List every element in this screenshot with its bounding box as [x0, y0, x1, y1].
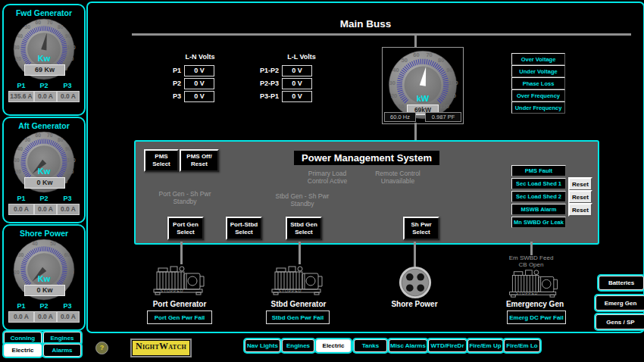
phase-label: P2: [33, 302, 55, 310]
over-voltage-indicator: Over Voltage: [511, 53, 565, 65]
svg-text:80: 80: [58, 137, 64, 142]
tab-fire-em-up[interactable]: Fire/Em Up: [467, 339, 503, 352]
svg-text:40: 40: [17, 146, 23, 151]
svg-text:60: 60: [36, 133, 42, 138]
emergency-gen-label: Emergency Gen: [482, 300, 588, 309]
svg-text:30: 30: [389, 80, 395, 86]
gauge-value: 0 Kw: [24, 177, 65, 189]
port-generator-label: Port Generator: [127, 300, 233, 309]
ln-row-value: 0 V: [184, 78, 214, 89]
phase-label: P1: [11, 302, 32, 310]
tab-engines[interactable]: Engines: [282, 339, 314, 352]
tab-misc-alarms[interactable]: Misc Alarms: [389, 339, 427, 352]
phase-amps: 0.0 A: [57, 204, 80, 215]
panel-title: Shore Power: [4, 229, 84, 238]
pms-title: Power Management System: [294, 151, 439, 165]
ln-row-label: P1: [161, 67, 181, 74]
phase-amps: 0.0 A: [8, 311, 34, 323]
gens-sp-button[interactable]: Gens / SP: [596, 314, 644, 329]
phase-amps: 0.0 A: [57, 91, 80, 102]
svg-text:50: 50: [50, 241, 56, 246]
svg-text:70: 70: [426, 51, 432, 58]
gauge-unit-label: kW: [383, 94, 463, 103]
phase-loss-indicator: Phase Loss: [511, 77, 565, 89]
svg-text:100: 100: [449, 80, 458, 86]
port-gen-select-button[interactable]: Port Gen Select: [167, 217, 204, 240]
emerg-dc-pwr-fail-indicator: Emerg DC Pwr Fail: [507, 311, 566, 324]
main-buss-title: Main Buss: [88, 18, 643, 30]
under-voltage-indicator: Under Voltage: [511, 65, 565, 77]
bus-drop-line: [414, 36, 417, 48]
phase-amps: 135.6 A: [8, 91, 34, 102]
svg-text:50: 50: [25, 24, 31, 30]
pms-off-reset-button[interactable]: PMS Off/ Reset: [180, 149, 219, 172]
gauge-unit-label: Kw: [4, 54, 84, 63]
phase-label: P3: [57, 302, 78, 310]
phase-amps: 0.0 A: [34, 204, 57, 215]
ll-row-value: 0 V: [282, 91, 312, 102]
reset-button-shed1[interactable]: Reset: [568, 177, 592, 191]
under-frequency-indicator: Under Frequency: [511, 101, 565, 114]
port-generator-icon: STOPPED: [152, 264, 209, 297]
phase-label: P1: [11, 195, 32, 202]
svg-text:30: 30: [18, 252, 24, 257]
svg-text:80: 80: [438, 57, 444, 64]
ln-row-label: P3: [161, 92, 181, 100]
svg-text:40: 40: [392, 67, 399, 73]
port-stbd-select-button[interactable]: Port-Stbd Select: [226, 217, 262, 240]
ll-row-value: 0 V: [282, 78, 312, 89]
gauge-unit-label: Kw: [4, 167, 84, 176]
phase-label: P3: [57, 82, 78, 89]
reset-button-shed2[interactable]: Reset: [568, 190, 592, 204]
electric-button[interactable]: Electric: [4, 344, 42, 357]
stbd-gen-pwr-fail-indicator: Stbd Gen Pwr Fail: [266, 311, 330, 324]
svg-text:40: 40: [17, 33, 23, 39]
reset-button-mswb[interactable]: Reset: [568, 203, 592, 217]
tab-electric[interactable]: Electric: [316, 339, 351, 352]
engines-button[interactable]: Engines: [43, 332, 81, 345]
ll-volts-header: L-L Volts: [274, 53, 329, 61]
svg-text:100: 100: [67, 158, 75, 163]
gauge-value: 69 Kw: [24, 64, 65, 76]
fwd-generator-panel: Fwd Generator 10203040506070809010011012…: [2, 4, 86, 116]
main-buss-bar: [132, 33, 631, 36]
stbd-generator-label: Stbd Generator: [245, 300, 352, 309]
stbd-generator-icon: STOPPED: [270, 264, 327, 297]
svg-text:10: 10: [398, 103, 404, 110]
phase-label: P2: [33, 195, 55, 202]
help-icon[interactable]: ?: [95, 342, 108, 354]
svg-text:STOPPED: STOPPED: [279, 289, 302, 293]
svg-text:STOPPED: STOPPED: [161, 289, 184, 293]
shore-pwr-line: [414, 242, 416, 267]
mswb-alarm-indicator: MSWB Alarm: [511, 204, 566, 215]
tab-tanks[interactable]: Tanks: [354, 339, 387, 352]
pms-fault-indicator: PMS Fault: [511, 165, 566, 176]
svg-text:100: 100: [67, 45, 75, 50]
stbd-gen-select-button[interactable]: Stbd Gen Select: [286, 217, 322, 240]
batteries-button[interactable]: Batteries: [599, 276, 644, 290]
svg-text:30: 30: [14, 158, 20, 163]
phase-label: P1: [11, 82, 32, 89]
sh-pwr-select-button[interactable]: Sh Pwr Select: [403, 217, 439, 240]
emerg-gen-button[interactable]: Emerg Gen: [596, 295, 644, 311]
port-gen-line: [180, 242, 183, 264]
nightwatch-electric-screen: Fwd Generator 10203040506070809010011012…: [0, 0, 644, 362]
svg-text:80: 80: [58, 24, 64, 30]
alarms-button[interactable]: Alarms: [43, 344, 81, 357]
svg-text:STOPPED: STOPPED: [516, 292, 538, 295]
tab-nav-lights[interactable]: Nav Lights: [245, 339, 280, 352]
tab-wtd-firedr[interactable]: WTD/FireDr: [428, 339, 467, 352]
mn-swbd-gr-leak-indicator: Mn SWBD Gr Leak: [511, 217, 566, 228]
ll-row-value: 0 V: [282, 65, 312, 76]
tab-fire-em-lo[interactable]: Fire/Em Lo: [504, 339, 540, 352]
conning-button[interactable]: Conning: [4, 332, 42, 345]
ln-volts-header: L-N Volts: [173, 53, 227, 61]
phase-amps: 0.0 A: [57, 311, 80, 323]
phase-label: P2: [33, 82, 55, 89]
pms-select-button[interactable]: PMS Select: [144, 149, 179, 172]
phase-amps: 0.0 A: [34, 311, 57, 323]
phase-amps: 0.0 A: [34, 91, 57, 102]
svg-text:90: 90: [65, 146, 71, 151]
sec-load-shed1-indicator: Sec Load Shed 1: [511, 178, 566, 189]
svg-text:120: 120: [439, 103, 449, 110]
